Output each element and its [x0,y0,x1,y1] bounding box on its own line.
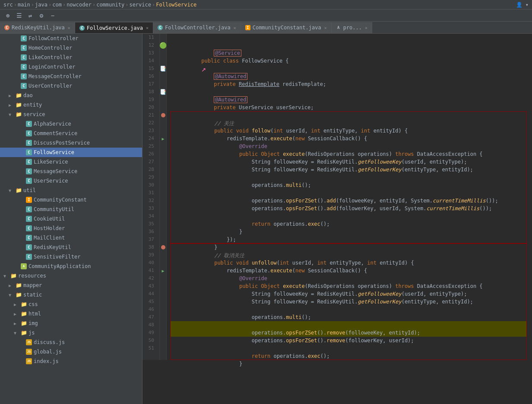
item-label: global.js [34,349,62,355]
breadcrumb-nowcoder[interactable]: nowcoder [66,2,92,8]
item-label: index.js [34,358,59,364]
sidebar-item-static[interactable]: ▼ 📁 static [0,290,142,300]
tab-label: FollowService.java [87,25,143,31]
sidebar-item-resources[interactable]: ▼ 📁 resources [0,271,142,281]
code-line-50: return operations.exec(); [170,344,527,352]
file-tree: C FollowController C HomeController C Li… [0,34,142,404]
tab-icon-c: C [4,25,10,30]
sidebar-item-cookieutil[interactable]: C CookieUtil [0,214,142,224]
code-line-12: @Service ↗ [170,41,529,49]
sidebar-item-logincontroller[interactable]: C LoginController [0,62,142,72]
sidebar-item-followcontroller[interactable]: C FollowController [0,34,142,43]
sidebar-item-hostholder[interactable]: C HostHolder [0,224,142,233]
sidebar-item-entity[interactable]: ▶ 📁 entity [0,100,142,110]
sidebar-item-homecontroller[interactable]: C HomeController [0,43,142,53]
item-label: discuss.js [34,339,65,345]
sidebar-item-dao[interactable]: ▶ 📁 dao [0,91,142,100]
sidebar-item-communityconstant[interactable]: I CommunityConstant [0,195,142,205]
class-icon: C [26,130,32,136]
sidebar-item-likecontroller[interactable]: C LikeController [0,53,142,62]
sidebar-item-alphaservice[interactable]: C AlphaService [0,119,142,129]
sidebar-item-mapper[interactable]: ▶ 📁 mapper [0,281,142,290]
sidebar-item-indexjs[interactable]: JS index.js [0,357,142,366]
folder-icon: 📁 [16,292,22,298]
sidebar-item-img[interactable]: ▶ 📁 img [0,319,142,328]
tab-label: pro... [343,25,362,31]
pink-arrow-annotation: ↗ [201,64,206,73]
item-label: LikeController [28,54,72,60]
tab-close-btn[interactable]: ✕ [365,25,367,30]
toolbar-structure-btn[interactable]: ☰ [15,11,23,20]
code-line-30: operations.opsForZSet().add(followeeKey,… [170,189,527,197]
sidebar-item-likeservice[interactable]: C LikeService [0,157,142,167]
tab-close-btn[interactable]: ✕ [68,25,70,30]
sidebar-item-globaljs[interactable]: JS global.js [0,347,142,357]
folder-icon: 📁 [21,320,27,326]
code-area[interactable]: @Service ↗ public class FollowService { … [167,34,532,360]
breadcrumb-com[interactable]: com [52,2,62,8]
item-label: SensitiveFilter [34,254,80,260]
tab-icon-app: A [336,25,341,30]
class-icon: C [26,254,32,260]
tab-followcontroller[interactable]: C FollowController.java ✕ [153,22,241,33]
tab-label: CommunityConstant.java [253,25,321,31]
folder-icon: 📁 [16,102,22,108]
code-line-14: @Autowired [170,65,529,73]
sidebar-item-discusspostservice[interactable]: C DiscussPostService [0,138,142,148]
tab-rediskeyutil[interactable]: C RedisKeyUtil.java ✕ [0,22,75,33]
user-menu-icon[interactable]: 👤 ▾ [516,2,529,8]
breadcrumb-src[interactable]: src [3,2,13,8]
breadcrumb-community[interactable]: community [96,2,124,8]
item-label: mapper [23,282,42,288]
annotation-service: @Service [214,50,241,57]
sidebar-item-discussjs[interactable]: JS discuss.js [0,338,142,347]
breakpoint-marker2 [161,245,165,249]
breadcrumb-service[interactable]: service [129,2,151,8]
folder-icon: 📁 [21,311,27,317]
sidebar-item-messagecontroller[interactable]: C MessageController [0,72,142,81]
sidebar-item-rediskeyutil[interactable]: C RedisKeyUtil [0,243,142,252]
tab-communityconstant[interactable]: I CommunityConstant.java ✕ [241,22,332,33]
item-label: CookieUtil [34,216,65,222]
sidebar-item-util[interactable]: ▼ 📁 util [0,186,142,195]
item-label: html [28,311,41,317]
breadcrumb-main[interactable]: main [18,2,30,8]
sidebar-item-js[interactable]: ▼ 📁 js [0,328,142,338]
main-area: C FollowController C HomeController C Li… [0,34,532,404]
tab-bar: C RedisKeyUtil.java ✕ C FollowService.ja… [0,22,532,34]
item-label: UserService [34,178,68,184]
tab-followservice[interactable]: C FollowService.java ✕ [75,22,153,33]
sidebar-item-commentservice[interactable]: C CommentService [0,129,142,138]
toolbar-globe-btn[interactable]: ⊕ [3,11,12,20]
sidebar-item-messageservice[interactable]: C MessageService [0,167,142,176]
sidebar-item-userservice[interactable]: C UserService [0,176,142,186]
class-marker: 🟢 [159,42,167,49]
line-numbers: 11 12 13 14 15 16 17 18 19 20 21 22 23 2… [142,34,160,360]
js-icon: JS [26,339,32,345]
tab-pro[interactable]: A pro... ✕ [332,22,372,33]
breadcrumb-java[interactable]: java [35,2,48,8]
class-icon: C [21,73,27,79]
class-icon: C [26,140,32,146]
item-label: CommunityApplication [28,263,91,269]
sidebar-item-html[interactable]: ▶ 📁 html [0,309,142,319]
folder-icon: 📁 [16,111,22,117]
sidebar-item-sensitivefilter[interactable]: C SensitiveFilter [0,252,142,262]
sidebar-item-communityapplication[interactable]: A CommunityApplication [0,262,142,271]
sidebar-item-usercontroller[interactable]: C UserController [0,81,142,91]
item-label: RedisKeyUtil [34,244,71,250]
sidebar-item-service[interactable]: ▼ 📁 service [0,110,142,119]
toolbar-settings-btn[interactable]: ⚙ [37,11,46,20]
tab-close-btn[interactable]: ✕ [324,25,327,30]
sidebar-item-communityutil[interactable]: C CommunityUtil [0,205,142,214]
sidebar-item-mailclient[interactable]: C MailClient [0,233,142,243]
gutter: 🟢 📑 📑 ▶ [160,34,167,360]
tab-close-btn[interactable]: ✕ [234,25,236,30]
tab-close-btn[interactable]: ✕ [146,25,149,30]
toolbar-minimize-btn[interactable]: − [48,11,57,20]
toolbar-swap-btn[interactable]: ⇌ [26,11,35,20]
code-editor[interactable]: 11 12 13 14 15 16 17 18 19 20 21 22 23 2… [142,34,532,404]
sidebar-item-css[interactable]: ▶ 📁 css [0,300,142,309]
folder-icon: 📁 [16,92,22,98]
sidebar-item-followservice[interactable]: C FollowService [0,148,142,157]
